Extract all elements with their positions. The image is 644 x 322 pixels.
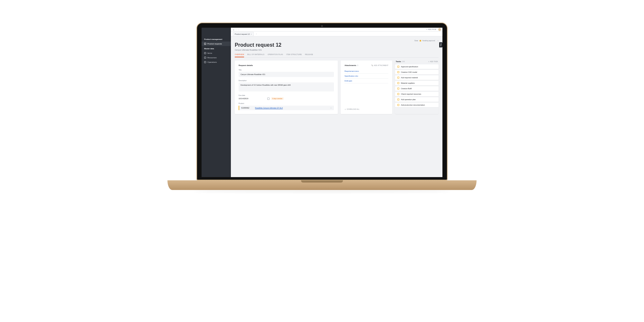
overdue-badge: 6 days overdue bbox=[271, 97, 284, 100]
close-tab-button[interactable]: × bbox=[251, 33, 252, 35]
shadow bbox=[193, 190, 451, 193]
document-tab[interactable]: Product request 12 × bbox=[233, 32, 254, 36]
checkbox-icon[interactable] bbox=[397, 104, 399, 106]
attachments-heading-text: Attachments bbox=[345, 64, 356, 66]
sidebar-item-label: Product requests bbox=[207, 43, 222, 45]
tasks-heading: Tasks 0/8 bbox=[396, 61, 405, 62]
checkbox-icon[interactable] bbox=[397, 99, 399, 100]
tab-overview[interactable]: OVERVIEW bbox=[235, 53, 244, 57]
download-all-label: DOWNLOAD ALL bbox=[347, 109, 359, 110]
add-task-button[interactable]: ADD TASK bbox=[429, 61, 438, 62]
avatar[interactable] bbox=[438, 28, 441, 31]
attachments-count: 3 bbox=[357, 64, 358, 66]
sidebar-heading-master-data: Master data bbox=[202, 46, 231, 51]
plus-icon bbox=[427, 29, 428, 30]
nav-back-button[interactable] bbox=[235, 28, 237, 31]
tab-release[interactable]: RELEASE bbox=[305, 53, 313, 57]
laptop-bezel: Product management Product requests Mast… bbox=[196, 23, 448, 180]
resources-icon bbox=[204, 57, 206, 59]
description-input[interactable]: Development of V2 Carbon Roadbike with n… bbox=[239, 82, 334, 91]
sidebar-item-product-requests[interactable]: Product requests bbox=[202, 42, 231, 46]
columns: Request details Title Description Develo… bbox=[235, 61, 439, 114]
download-all-button[interactable]: DOWNLOAD ALL bbox=[345, 86, 388, 110]
apps-icon[interactable] bbox=[232, 28, 235, 31]
tab-operation-plan[interactable]: OPERATION PLAN bbox=[268, 53, 283, 57]
plus-icon bbox=[429, 61, 430, 62]
checkbox-icon[interactable] bbox=[397, 71, 399, 73]
checkbox-icon[interactable] bbox=[397, 77, 399, 79]
attachment-link[interactable]: Specification.xlsx bbox=[345, 74, 388, 79]
sidebar: Product management Product requests Mast… bbox=[202, 28, 231, 177]
product-label: Product bbox=[239, 102, 334, 104]
operations-icon bbox=[204, 61, 206, 63]
screen: Product management Product requests Mast… bbox=[202, 28, 442, 177]
product-link[interactable]: Roadbike Canyon Ultimate CF SLX bbox=[255, 107, 324, 109]
state-value: Awaiting approval bbox=[422, 40, 435, 42]
tab-bill-of-materials[interactable]: BILL OF MATERIALS bbox=[247, 53, 264, 57]
sidebar-item-operations[interactable]: Operations bbox=[202, 60, 231, 64]
laptop-base bbox=[167, 180, 477, 190]
task-item[interactable]: Check required resources bbox=[395, 92, 439, 96]
download-icon bbox=[345, 109, 346, 110]
sidebar-item-label: Items bbox=[207, 52, 212, 54]
attachments-heading: Attachments 3 bbox=[345, 64, 358, 66]
tasks-heading-text: Tasks bbox=[396, 61, 401, 62]
task-item[interactable]: Add production documentation bbox=[395, 103, 439, 107]
state-dropdown[interactable]: ▾ bbox=[438, 40, 439, 42]
nav-forward-button[interactable] bbox=[237, 28, 240, 31]
list-icon bbox=[204, 43, 206, 45]
product-id: S1000062 bbox=[241, 107, 249, 109]
task-item[interactable]: Material suppliers bbox=[395, 81, 439, 85]
task-label: Check required resources bbox=[401, 93, 421, 95]
task-item[interactable]: Add required material bbox=[395, 75, 439, 80]
checkbox-icon[interactable] bbox=[397, 82, 399, 84]
tab-item-structure[interactable]: ITEM STRUCTURE bbox=[286, 53, 302, 57]
camera-dot bbox=[321, 25, 323, 27]
due-date-label: Due date bbox=[239, 94, 334, 96]
calendar-icon[interactable] bbox=[267, 98, 270, 100]
attachments-header: Attachments 3 ADD ATTACHMENT bbox=[345, 64, 388, 66]
task-item[interactable]: Add operation plan bbox=[395, 97, 439, 102]
tasks-count: 0/8 bbox=[402, 61, 405, 62]
add-row-button[interactable]: ADD ROW bbox=[427, 29, 436, 30]
attachments-panel: Attachments 3 ADD ATTACHMENT Requirement… bbox=[341, 61, 392, 114]
app-root: Product management Product requests Mast… bbox=[202, 28, 442, 177]
checkbox-icon[interactable] bbox=[397, 66, 399, 68]
document-tabstrip: Product request 12 × bbox=[231, 32, 442, 36]
attachment-link[interactable]: Requirement.docx bbox=[345, 69, 388, 74]
state-row: State Awaiting approval ▾ bbox=[235, 40, 439, 42]
document-tab-title: Product request 12 bbox=[235, 33, 250, 35]
task-label: Creation CAD model bbox=[401, 71, 417, 73]
sidebar-heading-product-management: Product management bbox=[202, 37, 231, 42]
checkbox-icon[interactable] bbox=[397, 93, 399, 95]
title-input[interactable] bbox=[239, 72, 334, 77]
add-attachment-button[interactable]: ADD ATTACHMENT bbox=[371, 64, 388, 66]
help-tab[interactable]: Help bbox=[439, 42, 442, 47]
main-area: ADD ROW Product request 12 × Stat bbox=[231, 28, 442, 177]
tasks-panel: Tasks 0/8 ADD TASK Approval specificatio… bbox=[395, 61, 439, 114]
add-row-label: ADD ROW bbox=[428, 29, 436, 30]
checkbox-icon[interactable] bbox=[397, 88, 399, 90]
sidebar-item-items[interactable]: Items bbox=[202, 51, 231, 55]
task-item[interactable]: Creation BoM bbox=[395, 86, 439, 91]
description-label: Description bbox=[239, 80, 334, 81]
trackpad-notch bbox=[301, 180, 343, 183]
attachment-link[interactable]: Draft.pptx bbox=[345, 79, 388, 83]
add-task-label: ADD TASK bbox=[430, 61, 438, 62]
product-row: S1000062 Roadbike Canyon Ultimate CF SLX bbox=[239, 106, 334, 110]
laptop-mockup: Product management Product requests Mast… bbox=[126, 23, 518, 193]
task-item[interactable]: Approval specification bbox=[395, 64, 439, 69]
box-icon bbox=[204, 52, 206, 54]
new-tab-button[interactable] bbox=[255, 33, 258, 35]
sidebar-item-resources[interactable]: Resources bbox=[202, 55, 231, 60]
sidebar-item-label: Resources bbox=[207, 57, 217, 59]
paperclip-icon bbox=[371, 64, 373, 66]
due-date-row: 6 days overdue bbox=[239, 97, 334, 100]
task-label: Creation BoM bbox=[401, 88, 412, 90]
content: State Awaiting approval ▾ Product reques… bbox=[231, 36, 442, 177]
due-date-input[interactable] bbox=[239, 98, 266, 99]
tasks-header: Tasks 0/8 ADD TASK bbox=[395, 61, 439, 62]
task-item[interactable]: Creation CAD model bbox=[395, 70, 439, 74]
task-label: Add operation plan bbox=[401, 99, 416, 100]
product-menu-button[interactable] bbox=[330, 107, 332, 109]
